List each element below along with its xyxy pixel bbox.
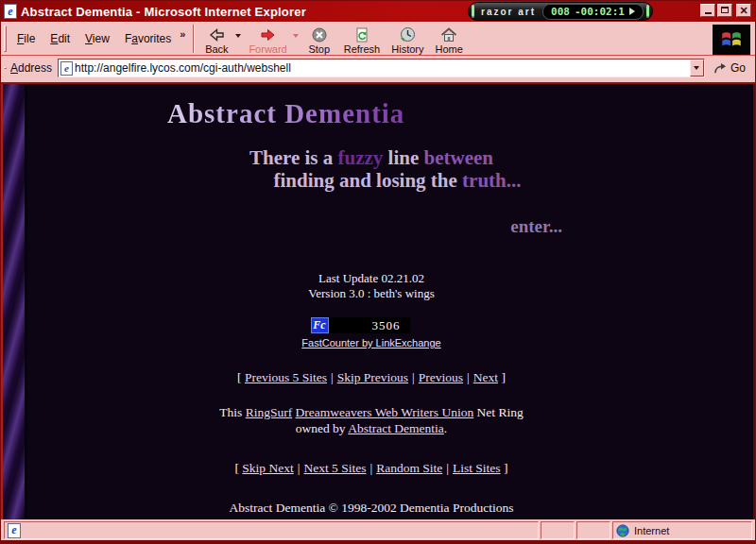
ie-throbber-logo [713,25,750,55]
version-text: Version 3.0 : beth's wings [27,286,715,301]
green-led-icon [472,7,474,16]
address-bar: Address e Go [1,56,755,80]
ie-document-icon: e [60,61,73,76]
page-title: Abstract Dementia [163,98,404,129]
address-input[interactable] [73,61,690,75]
address-label: Address [10,61,52,75]
status-bar: e Internet [1,519,755,540]
page-footer: Abstract Dementia © 1998-2002 Dementia P… [27,500,715,519]
play-icon [629,8,635,15]
menu-edit[interactable]: Edit [43,29,77,48]
title-bar: e Abstract Dementia - Microsoft Internet… [1,1,755,22]
hit-counter: Fc 3506 [16,317,704,333]
back-dropdown-icon[interactable] [235,34,241,38]
menu-toolbar-row: File Edit View Favorites » Back Forward [1,22,755,55]
update-info: Last Update 02.21.02 Version 3.0 : beth'… [27,271,715,301]
stop-icon [310,26,329,44]
window-title: Abstract Dementia - Microsoft Internet E… [21,5,306,19]
razor-art-widget[interactable]: razor art 008 -00:02:1 [468,2,653,21]
previous-link[interactable]: Previous [419,370,463,384]
ie-document-icon: e [8,523,21,538]
toolbar-grip[interactable] [4,26,7,52]
status-message-pane: e [4,521,539,539]
status-pane-2 [576,521,610,539]
history-clock-icon [398,26,417,44]
security-zone-pane: Internet [612,521,752,539]
razor-art-brand: razor art [477,7,540,17]
windows-flag-icon [717,27,746,52]
forward-button[interactable]: Forward [243,25,292,55]
go-arrow-icon [713,62,728,75]
track-timer-display: 008 -00:02:1 [542,4,644,20]
previous-5-sites-link[interactable]: Previous 5 Sites [245,370,327,384]
close-button[interactable]: ✕ [736,4,751,17]
random-site-link[interactable]: Random Site [376,461,442,475]
tagline: There is a fuzzy line between finding an… [163,146,579,192]
back-button[interactable]: Back [198,25,235,55]
track-number: 008 [551,6,570,18]
next-link[interactable]: Next [473,370,498,384]
ringsurf-link[interactable]: RingSurf [246,405,293,419]
window-controls: ✕ [700,4,751,17]
forward-arrow-icon [259,26,278,44]
dreamweavers-union-link[interactable]: Dreamweavers Web Writers Union [296,405,474,419]
back-arrow-icon [207,26,226,44]
restore-button[interactable] [717,4,732,17]
menu-overflow-chevron[interactable]: » [180,28,188,49]
webring-nav-top: [ Previous 5 Sites|Skip Previous|Previou… [27,370,715,385]
minimize-icon [705,12,712,14]
site-banner: Abstract Dementia There is a fuzzy line … [163,98,579,237]
toolbar-separator [193,25,195,53]
last-update-text: Last Update 02.21.02 [27,271,715,286]
status-pane-1 [541,521,575,539]
next-5-sites-link[interactable]: Next 5 Sites [303,461,366,475]
copyright-text: Abstract Dementia © 1998-2002 Dementia P… [27,500,715,516]
widget-left-cap [472,5,474,18]
addressbar-grip[interactable] [4,67,7,69]
page-viewport: Abstract Dementia There is a fuzzy line … [1,84,755,519]
skip-previous-link[interactable]: Skip Previous [337,370,408,384]
close-icon: ✕ [739,5,747,16]
track-time: -00:02:1 [575,6,625,18]
browser-window: e Abstract Dementia - Microsoft Internet… [0,0,756,544]
menu-bar: File Edit View Favorites » [9,23,190,55]
owner-link[interactable]: Abstract Dementia [348,421,444,435]
forward-dropdown-icon[interactable] [293,34,299,38]
address-field: e [58,59,705,77]
hit-counter-value: 3506 [329,317,410,333]
webring-nav-bottom: [ Skip Next|Next 5 Sites|Random Site|Lis… [27,461,715,476]
standard-toolbar: Back Forward Stop Refresh H [198,23,468,55]
netring-description: This RingSurf Dreamweavers Web Writers U… [27,404,715,436]
minimize-button[interactable] [700,4,715,17]
enter-link[interactable]: enter... [510,216,562,236]
refresh-icon [352,26,371,44]
menu-favorites[interactable]: Favorites [118,29,178,48]
internet-globe-icon [616,524,629,537]
home-button[interactable]: Home [429,25,468,55]
skip-next-link[interactable]: Skip Next [242,461,293,475]
menu-file[interactable]: File [10,29,42,48]
history-button[interactable]: History [386,25,429,55]
fastcounter-logo-icon: Fc [311,317,329,333]
page-content: Abstract Dementia There is a fuzzy line … [27,84,753,519]
rope-border-texture [3,84,27,519]
zone-label: Internet [634,525,669,536]
widget-right-cap [646,5,649,18]
home-house-icon [439,26,458,44]
address-dropdown-button[interactable] [690,60,704,76]
refresh-button[interactable]: Refresh [338,25,387,55]
restore-icon [721,7,729,13]
list-sites-link[interactable]: List Sites [453,461,501,475]
fastcounter-link[interactable]: FastCounter by LinkExchange [301,337,440,348]
chevron-down-icon [694,66,699,70]
menu-view[interactable]: View [78,29,116,48]
green-led-icon [646,7,649,16]
stop-button[interactable]: Stop [301,25,338,55]
maintained-text: Maintained by Mandy [27,516,715,519]
window-bottom-edge [1,540,755,543]
ie-document-icon: e [4,4,17,19]
go-button[interactable]: Go [708,60,751,76]
